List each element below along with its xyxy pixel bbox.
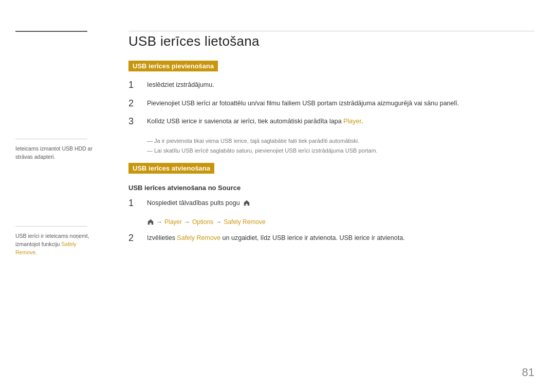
step-1-3: 3 Kolīdz USB ierice ir savienota ar ierī… [128, 116, 534, 127]
section1-steps: 1 Ieslēdziet izstrādājumu. 2 Pievienojie… [128, 80, 534, 127]
breadcrumb-player: Player [164, 218, 182, 226]
section-usb-disconnect: USB ierīces atvienošana USB ierīces atvi… [128, 163, 534, 244]
sidebar-divider-2 [15, 226, 87, 227]
sub-note-2-text: Lai skatītu USB ierīcē saglabāto saturu,… [154, 147, 378, 154]
sidebar-top-line [15, 31, 87, 32]
breadcrumb-home-icon [147, 218, 154, 226]
section-usb-connect: USB ierīces pievienošana 1 Ieslēdziet iz… [128, 61, 534, 156]
sidebar-note-2-suffix: . [35, 249, 37, 255]
arrow-1: → [156, 218, 162, 226]
page-number: 81 [522, 366, 534, 379]
step-1-1-text: Ieslēdziet izstrādājumu. [147, 80, 534, 90]
subsection-title: USB ierīces atvienošana no Source [128, 184, 534, 192]
home-icon [243, 199, 251, 208]
step-2-2-suffix: un uzgaidiet, līdz USB ierice ir atvieno… [220, 234, 405, 241]
sidebar-note-1: Ieteicams izmantot USB HDD ar strāvas ad… [15, 145, 95, 161]
step-2-2: 2 Izvēlieties Safely Remove un uzgaidiet… [128, 233, 534, 244]
sidebar-divider-1 [15, 139, 87, 139]
step-2-2-text: Izvēlieties Safely Remove un uzgaidiet, … [147, 233, 534, 243]
step-2-1-main-text: Nospiediet tālvadības pults pogu [147, 199, 240, 207]
sub-note-1: Ja ir pievienota tikai viena USB ierice,… [147, 137, 534, 146]
section2-steps-2: 2 Izvēlieties Safely Remove un uzgaidiet… [128, 233, 534, 244]
step-1-2: 2 Pievienojiet USB ierīci ar fotoattēlu … [128, 98, 534, 109]
section1-subnotes: Ja ir pievienota tikai viena USB ierice,… [147, 137, 534, 156]
sidebar-note-2-prefix: USB ierīci ir ieteicams noņemt, izmantoj… [15, 233, 89, 247]
step-1-3-link: Player [343, 118, 361, 125]
sidebar-note-1-text: Ieteicams izmantot USB HDD ar strāvas ad… [15, 145, 92, 160]
breadcrumb-safely-remove: Safely Remove [224, 218, 265, 226]
sidebar: Ieteicams izmantot USB HDD ar strāvas ad… [0, 0, 118, 392]
sidebar-note-2: USB ierīci ir ieteicams noņemt, izmantoj… [15, 232, 95, 256]
step-2-1-text: Nospiediet tālvadības pults pogu [147, 198, 534, 208]
arrow-3: → [215, 218, 221, 226]
step-1-3-suffix: . [361, 118, 363, 125]
section2-heading: USB ierīces atvienošana [128, 163, 214, 174]
arrow-2: → [184, 218, 190, 226]
step-1-3-text: Kolīdz USB ierice ir savienota ar ierīci… [147, 116, 534, 126]
breadcrumb-options: Options [192, 218, 213, 226]
section1-heading: USB ierīces pievienošana [128, 61, 218, 71]
top-line [128, 31, 534, 31]
step-1-1: 1 Ieslēdziet izstrādājumu. [128, 80, 534, 91]
sub-note-2: Lai skatītu USB ierīcē saglabāto saturu,… [147, 146, 534, 156]
step-2-2-prefix: Izvēlieties [147, 234, 177, 241]
step-2-2-link: Safely Remove [177, 234, 220, 241]
main-content: USB ierīces lietošana USB ierīces pievie… [118, 0, 555, 392]
step-1-3-prefix: Kolīdz USB ierice ir savienota ar ierīci… [147, 118, 343, 125]
breadcrumb-line: → Player → Options → Safely Remove [147, 218, 534, 226]
step-1-2-text: Pievienojiet USB ierīci ar fotoattēlu un… [147, 98, 534, 108]
section2-steps: 1 Nospiediet tālvadības pults pogu [128, 198, 534, 209]
step-2-1: 1 Nospiediet tālvadības pults pogu [128, 198, 534, 209]
sub-note-1-text: Ja ir pievienota tikai viena USB ierice,… [154, 138, 359, 144]
page-title: USB ierīces lietošana [128, 33, 534, 49]
